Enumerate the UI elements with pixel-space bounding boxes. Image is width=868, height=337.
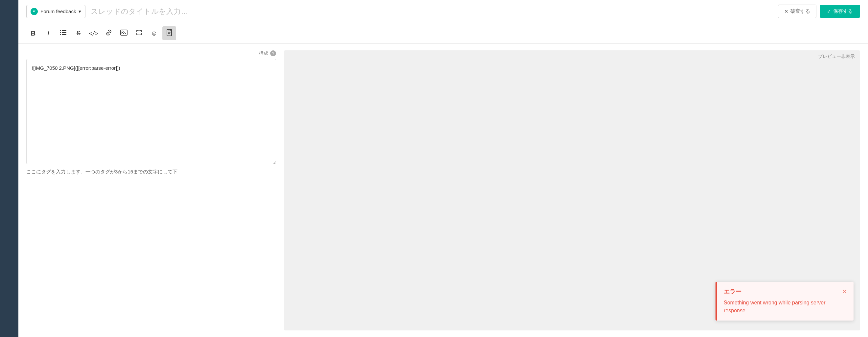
attachment-icon <box>166 29 173 38</box>
thread-title-input[interactable] <box>91 7 773 16</box>
main-content: Forum feedback ▾ ✕ 破棄する ✓ 保存する B I <box>19 0 868 337</box>
strikethrough-button[interactable]: S <box>72 26 86 40</box>
preview-panel: プレビュー非表示 エラー ✕ Something went wrong whil… <box>284 50 860 330</box>
compose-label: 構成 <box>259 50 268 56</box>
emoji-button[interactable]: ☺ <box>147 26 161 40</box>
error-title: エラー <box>724 288 741 296</box>
editor-area: 構成 ? ![IMG_7050 2.PNG]([[error:parse-err… <box>19 44 868 337</box>
svg-rect-1 <box>62 30 66 31</box>
bold-icon: B <box>31 30 35 37</box>
compose-help-icon[interactable]: ? <box>270 50 276 56</box>
image-icon <box>120 29 127 37</box>
list-icon <box>60 30 67 37</box>
svg-rect-9 <box>167 29 172 36</box>
link-icon <box>105 29 113 38</box>
error-close-icon: ✕ <box>842 288 847 295</box>
svg-point-6 <box>60 34 61 35</box>
dropdown-arrow-icon: ▾ <box>79 8 81 15</box>
attachment-button[interactable] <box>162 26 176 40</box>
error-message: Something went wrong while parsing serve… <box>724 299 847 315</box>
discard-button[interactable]: ✕ 破棄する <box>778 5 816 18</box>
top-bar: Forum feedback ▾ ✕ 破棄する ✓ 保存する <box>19 0 868 23</box>
tags-hint: ここにタグを入力します。一つのタグが3から15までの文字にして下 <box>26 169 276 175</box>
preview-header: プレビュー非表示 <box>284 50 860 63</box>
compose-header: 構成 ? <box>26 50 276 56</box>
link-button[interactable] <box>102 26 116 40</box>
top-actions: ✕ 破棄する ✓ 保存する <box>778 5 860 18</box>
compose-panel: 構成 ? ![IMG_7050 2.PNG]([[error:parse-err… <box>26 50 276 330</box>
forum-icon <box>31 8 38 15</box>
error-close-button[interactable]: ✕ <box>842 288 847 295</box>
svg-point-4 <box>60 30 61 31</box>
forum-dropdown-button[interactable]: Forum feedback ▾ <box>26 5 86 18</box>
compose-textarea[interactable]: ![IMG_7050 2.PNG]([[error:parse-error]]) <box>26 59 276 164</box>
error-toast: エラー ✕ Something went wrong while parsing… <box>715 282 854 320</box>
strikethrough-icon: S <box>76 30 81 37</box>
save-button[interactable]: ✓ 保存する <box>820 5 860 18</box>
list-button[interactable] <box>57 26 70 40</box>
save-check-icon: ✓ <box>827 8 831 15</box>
expand-button[interactable] <box>132 26 146 40</box>
preview-label: プレビュー非表示 <box>818 54 855 60</box>
italic-button[interactable]: I <box>41 26 55 40</box>
image-button[interactable] <box>117 26 131 40</box>
code-button[interactable]: </> <box>87 26 100 40</box>
forum-label: Forum feedback <box>40 8 76 14</box>
save-label: 保存する <box>833 8 853 15</box>
bold-button[interactable]: B <box>26 26 40 40</box>
sidebar <box>0 0 19 337</box>
discard-icon: ✕ <box>784 8 788 15</box>
error-toast-header: エラー ✕ <box>724 288 847 296</box>
svg-point-5 <box>60 32 61 33</box>
svg-rect-3 <box>62 34 66 35</box>
code-icon: </> <box>89 30 99 36</box>
italic-icon: I <box>47 30 49 37</box>
expand-icon <box>136 29 142 37</box>
svg-rect-2 <box>62 32 66 33</box>
emoji-icon: ☺ <box>151 30 157 37</box>
toolbar: B I S </> <box>19 23 868 44</box>
discard-label: 破棄する <box>790 8 810 15</box>
